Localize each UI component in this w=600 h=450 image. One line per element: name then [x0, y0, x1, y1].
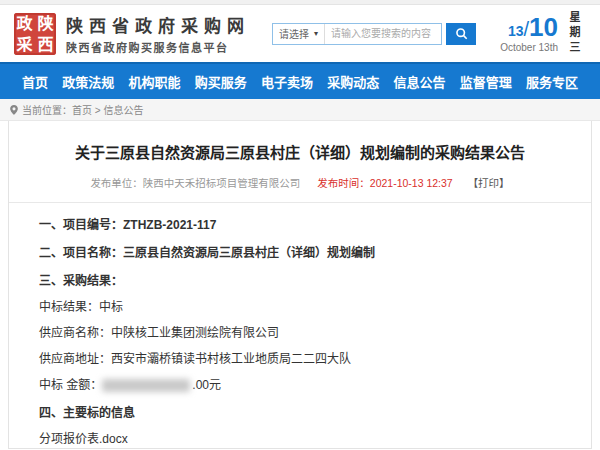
logo-char: 采 [14, 34, 35, 55]
date-month: 10 [529, 12, 558, 42]
site-header: 政 陕 采 西 陕西省政府采购网 陕西省政府购买服务信息平台 请选择 ▾ 13/… [0, 5, 600, 62]
bid-result-line: 中标结果：中标 [39, 299, 561, 316]
nav-item-policies[interactable]: 政策法规 [62, 72, 114, 91]
search-button[interactable] [446, 23, 476, 45]
attachment-link[interactable]: 分项报价表.docx [39, 431, 561, 448]
bid-amount-line: 中标 金额：.00元 [39, 377, 561, 394]
site-title: 陕西省政府采购网 [66, 12, 250, 37]
supplier-address-line: 供应商地址：西安市灞桥镇读书村核工业地质局二二四大队 [39, 351, 561, 368]
nav-item-home[interactable]: 首页 [22, 72, 48, 91]
divider [9, 202, 591, 203]
date-numbers: 13/10 [500, 14, 558, 40]
site-logo[interactable]: 政 陕 采 西 [14, 13, 56, 55]
logo-char: 西 [35, 34, 56, 55]
nav-item-e-mall[interactable]: 电子卖场 [261, 72, 313, 91]
weekday-label: 星期三 [566, 11, 582, 56]
site-titles: 陕西省政府采购网 陕西省政府购买服务信息平台 [66, 12, 250, 55]
search-category-select[interactable]: 请选择 ▾ [273, 24, 325, 44]
subject-heading-line: 四、主要标的信息 [39, 405, 561, 422]
site-subtitle: 陕西省政府购买服务信息平台 [66, 39, 250, 55]
project-number-line: 一、项目编号：ZTHZB-2021-117 [39, 217, 561, 234]
search-category-label: 请选择 [279, 26, 309, 41]
article-body: 一、项目编号：ZTHZB-2021-117 二、项目名称：三原县自然资源局三原县… [39, 217, 561, 450]
article-panel: 关于三原县自然资源局三原县村庄（详细）规划编制的采购结果公告 发布单位：陕西中天… [8, 121, 592, 449]
location-pin-icon [10, 105, 18, 115]
chevron-down-icon: ▾ [314, 29, 318, 38]
logo-char: 陕 [35, 13, 56, 34]
bid-amount-prefix: 中标 金额： [39, 378, 102, 392]
nav-item-supervision[interactable]: 监督管理 [460, 72, 512, 91]
search-area: 请选择 ▾ [272, 23, 476, 45]
page-title: 关于三原县自然资源局三原县村庄（详细）规划编制的采购结果公告 [39, 141, 561, 162]
nav-item-functions[interactable]: 机构职能 [128, 72, 180, 91]
date-day: 13 [508, 23, 524, 39]
search-icon [455, 27, 468, 40]
publish-time: 2021-10-13 12:37 [370, 177, 453, 189]
main-nav: 首页 政策法规 机构职能 购买服务 电子卖场 采购动态 信息公告 监督管理 服务… [0, 62, 600, 99]
publish-time-label: 发布时间： [317, 177, 370, 189]
redacted-amount [102, 379, 190, 392]
nav-item-procurement-news[interactable]: 采购动态 [327, 72, 379, 91]
publisher-label: 发布单位：陕西中天禾招标项目管理有限公司 [90, 177, 300, 189]
logo-char: 政 [14, 13, 35, 34]
breadcrumb-text[interactable]: 当前位置：首页 > 信息公告 [22, 102, 143, 117]
bid-amount-suffix: .00元 [192, 378, 221, 392]
result-heading-line: 三、采购结果： [39, 273, 561, 290]
project-name-line: 二、项目名称：三原县自然资源局三原县村庄（详细）规划编制 [39, 245, 561, 262]
date-widget: 13/10 October 13th 星期三 [500, 11, 586, 56]
search-box: 请选择 ▾ [272, 23, 442, 45]
date-english: October 13th [500, 42, 558, 53]
nav-item-service-zone[interactable]: 服务专区 [526, 72, 578, 91]
breadcrumb: 当前位置：首页 > 信息公告 [0, 99, 600, 121]
search-input[interactable] [325, 24, 441, 44]
nav-item-announcements[interactable]: 信息公告 [393, 72, 445, 91]
article-meta: 发布单位：陕西中天禾招标项目管理有限公司 发布时间：2021-10-13 12:… [39, 175, 561, 190]
nav-item-purchase-services[interactable]: 购买服务 [195, 72, 247, 91]
supplier-name-line: 供应商名称：中陕核工业集团测绘院有限公司 [39, 325, 561, 342]
print-button[interactable]: 【打印】 [468, 177, 510, 189]
